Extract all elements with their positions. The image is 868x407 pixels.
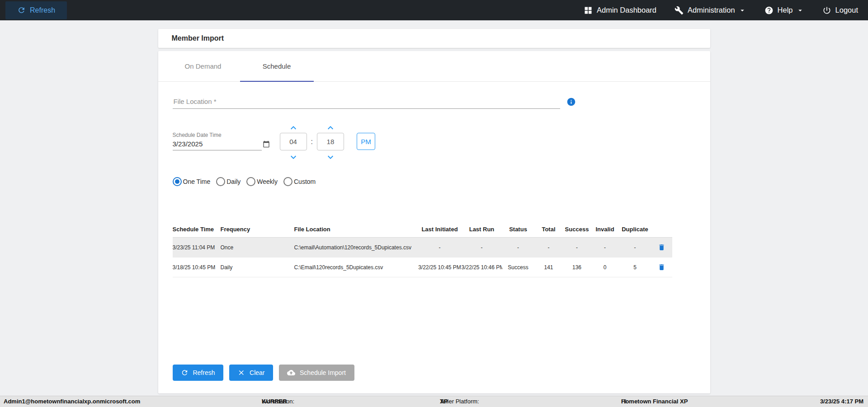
- frequency-radio-custom[interactable]: Custom: [283, 177, 316, 186]
- nav-admin-dashboard-label: Admin Dashboard: [597, 6, 656, 14]
- column-header: Duplicate: [619, 226, 651, 233]
- nav-administration[interactable]: Administration: [675, 6, 746, 15]
- cell-schedule-time: 3/18/25 10:45 PM: [173, 264, 221, 271]
- radio-label: Weekly: [257, 178, 278, 185]
- column-header: Last Run: [462, 226, 502, 233]
- radio-label: Daily: [226, 178, 241, 185]
- info-icon: [566, 97, 576, 107]
- file-location-info-button[interactable]: [566, 97, 576, 107]
- dashboard-icon: [584, 6, 593, 15]
- tab-schedule[interactable]: Schedule: [240, 51, 314, 81]
- cell-status: Success: [502, 264, 534, 271]
- member-import-card: On Demand Schedule Schedule Date Time: [158, 51, 710, 393]
- schedules-table: Schedule Time Frequency File Location La…: [173, 221, 672, 277]
- tab-bar: On Demand Schedule: [158, 51, 710, 82]
- hour-decrement-button[interactable]: [288, 152, 299, 161]
- column-header: Last Initiated: [418, 226, 462, 233]
- nav-admin-dashboard[interactable]: Admin Dashboard: [584, 6, 656, 15]
- nav-logout-label: Logout: [835, 6, 858, 14]
- table-row: 3/18/25 10:45 PM Daily C:\Email\120recor…: [173, 257, 672, 277]
- chevron-down-icon: [796, 6, 804, 14]
- trash-icon: [658, 243, 665, 251]
- refresh-icon: [181, 369, 189, 377]
- table-row: 3/23/25 11:04 PM Once C:\email\Automatio…: [173, 238, 672, 257]
- trash-icon: [658, 263, 665, 271]
- nav-help[interactable]: Help: [764, 6, 804, 15]
- tab-on-demand[interactable]: On Demand: [166, 51, 240, 81]
- topbar-refresh-button[interactable]: Refresh: [5, 1, 67, 19]
- radio-label: Custom: [294, 178, 316, 185]
- nav-help-label: Help: [778, 6, 793, 14]
- nav-logout[interactable]: Logout: [822, 6, 858, 15]
- schedule-date-field: Schedule Date Time: [173, 132, 262, 150]
- schedule-datetime-row: Schedule Date Time: [173, 122, 696, 161]
- radio-icon: [246, 177, 255, 186]
- schedule-tab-panel: Schedule Date Time: [158, 94, 710, 381]
- schedule-datetime-label: Schedule Date Time: [173, 132, 262, 138]
- minute-increment-button[interactable]: [325, 122, 336, 131]
- refresh-icon: [17, 6, 26, 14]
- cell-total: 141: [534, 264, 563, 271]
- calendar-picker-button[interactable]: [263, 140, 270, 148]
- close-icon: [237, 369, 245, 377]
- chevron-up-icon: [288, 122, 299, 133]
- schedule-import-button[interactable]: Schedule Import: [279, 365, 354, 381]
- cell-success: -: [563, 244, 591, 251]
- chevron-down-icon: [738, 6, 746, 14]
- refresh-button[interactable]: Refresh: [173, 365, 223, 381]
- cell-last-initiated: 3/22/25 10:45 PM: [418, 264, 462, 271]
- frequency-radio-group: One Time Daily Weekly Custom: [173, 177, 696, 186]
- page-container: Member Import On Demand Schedule Sched: [158, 29, 710, 393]
- status-datetime: 3/23/25 4:17 PM: [820, 396, 863, 407]
- topbar-refresh-label: Refresh: [30, 6, 55, 14]
- page-header-card: Member Import: [158, 29, 710, 48]
- delete-schedule-button[interactable]: [657, 262, 666, 272]
- date-input[interactable]: [173, 140, 263, 148]
- frequency-radio-one-time[interactable]: One Time: [173, 177, 211, 186]
- logged-in-user: Admin1@hometownfinancialxp.onmicrosoft.c…: [4, 396, 140, 407]
- workstation-value: KURRER: [262, 396, 287, 407]
- clear-button[interactable]: Clear: [229, 365, 273, 381]
- chevron-down-icon: [325, 152, 336, 163]
- status-bar: Admin1@hometownfinancialxp.onmicrosoft.c…: [0, 396, 868, 407]
- cell-invalid: -: [591, 244, 619, 251]
- frequency-radio-daily[interactable]: Daily: [216, 177, 241, 186]
- column-header: Frequency: [221, 226, 294, 233]
- delete-schedule-button[interactable]: [657, 243, 666, 252]
- radio-label: One Time: [183, 178, 211, 185]
- cell-status: -: [502, 244, 534, 251]
- column-header: Invalid: [591, 226, 619, 233]
- minute-decrement-button[interactable]: [325, 152, 336, 161]
- meridiem-toggle-button[interactable]: PM: [357, 133, 375, 150]
- chevron-up-icon: [325, 122, 336, 133]
- help-icon: [764, 6, 774, 15]
- column-header: Success: [563, 226, 591, 233]
- hour-increment-button[interactable]: [288, 122, 299, 131]
- file-location-row: [173, 94, 696, 109]
- minute-input[interactable]: [317, 133, 344, 150]
- top-navigation-bar: Refresh Admin Dashboard Administration H…: [0, 0, 868, 20]
- frequency-radio-weekly[interactable]: Weekly: [246, 177, 278, 186]
- hour-spinner: [280, 122, 307, 161]
- cell-duplicate: -: [619, 244, 651, 251]
- cell-frequency: Daily: [221, 264, 294, 271]
- cell-last-run: -: [462, 244, 502, 251]
- cell-invalid: 0: [591, 264, 619, 271]
- file-location-input[interactable]: [173, 94, 560, 109]
- radio-icon: [283, 177, 292, 186]
- cell-duplicate: 5: [619, 264, 651, 271]
- hour-input[interactable]: [280, 133, 307, 150]
- tab-on-demand-label: On Demand: [185, 62, 222, 70]
- power-icon: [822, 6, 831, 15]
- cell-frequency: Once: [221, 244, 294, 251]
- topbar-menu: Admin Dashboard Administration Help Logo…: [584, 6, 858, 15]
- clear-button-label: Clear: [250, 369, 264, 376]
- chevron-down-icon: [288, 152, 299, 163]
- time-separator: :: [311, 122, 313, 150]
- cell-last-initiated: -: [418, 244, 462, 251]
- schedule-import-button-label: Schedule Import: [300, 369, 346, 376]
- page-title: Member Import: [172, 34, 697, 42]
- column-header: File Location: [294, 226, 418, 233]
- date-input-wrap: [173, 138, 262, 150]
- tab-schedule-label: Schedule: [263, 62, 291, 70]
